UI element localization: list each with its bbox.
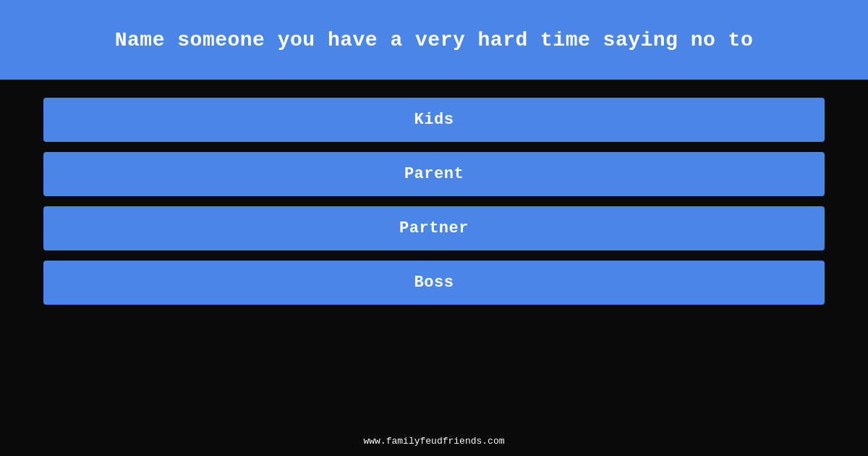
answer-label-4: Boss <box>414 274 454 292</box>
answers-container: KidsParentPartnerBoss <box>0 80 868 426</box>
answer-label-3: Partner <box>399 219 469 237</box>
answer-label-1: Kids <box>414 111 454 129</box>
footer: www.familyfeudfriends.com <box>0 426 868 456</box>
answer-label-2: Parent <box>404 165 464 183</box>
header-section: Name someone you have a very hard time s… <box>0 0 868 80</box>
answer-button-2[interactable]: Parent <box>43 152 825 196</box>
answer-button-4[interactable]: Boss <box>43 261 825 305</box>
answer-button-1[interactable]: Kids <box>43 98 825 142</box>
answer-button-3[interactable]: Partner <box>43 206 825 250</box>
question-text: Name someone you have a very hard time s… <box>115 29 753 51</box>
footer-url: www.familyfeudfriends.com <box>363 436 504 447</box>
